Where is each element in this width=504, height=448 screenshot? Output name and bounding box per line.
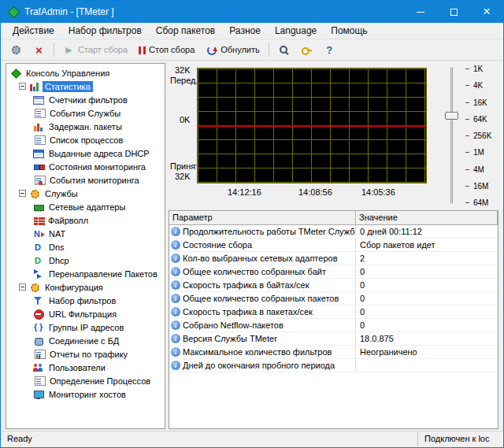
sidebar-item-db-connection[interactable]: Соединение с БД [6, 334, 165, 347]
sidebar-item-ip-groups[interactable]: Группы IP адресов [6, 320, 165, 334]
maximize-button[interactable] [437, 1, 470, 23]
menu-filter-set[interactable]: Набор фильтров [61, 23, 149, 39]
sidebar-item-packet-redirect[interactable]: Перенаправление Пакетов [6, 267, 165, 280]
sidebar-item-delayed-packets[interactable]: Задержан. пакеты [6, 120, 165, 133]
minimize-button[interactable] [404, 1, 437, 23]
table-row[interactable]: Продолжительность работы TMeter Службы 0… [169, 225, 498, 239]
start-capture-button[interactable]: ▶Старт сбора [57, 41, 133, 59]
reset-icon [206, 44, 217, 56]
collapse-expander-icon[interactable] [19, 190, 26, 197]
navigation-tree: Консоль Управления Статистика Счетчики ф… [6, 63, 165, 429]
dns-icon [33, 242, 44, 253]
filter-settings-button[interactable] [5, 41, 28, 59]
table-row[interactable]: Общее количество собранных байт 0 [169, 265, 498, 279]
tick-mark [465, 102, 469, 103]
y-axis-zero-label: 0K [180, 115, 190, 124]
sidebar-item-filter-counters[interactable]: Счетчики фильтров [6, 93, 165, 106]
info-icon [171, 240, 180, 250]
tick-mark [465, 68, 469, 69]
collapse-expander-icon[interactable] [19, 83, 26, 90]
counters-icon [33, 96, 44, 105]
sidebar-item-dns[interactable]: Dns [6, 240, 165, 254]
menu-help[interactable]: Помощь [324, 23, 374, 39]
menu-language[interactable]: Language [268, 23, 324, 39]
menu-action[interactable]: Действие [6, 23, 61, 39]
menu-packet-capture[interactable]: Сбор пакетов [149, 23, 222, 39]
tick-mark [465, 135, 469, 136]
table-row[interactable]: Состояние сбора Сбор пакетов идет [169, 239, 498, 252]
sidebar-item-services[interactable]: Службы [6, 187, 165, 200]
play-icon: ▶ [63, 44, 75, 56]
menu-misc[interactable]: Разное [222, 23, 268, 39]
configuration-gear-icon [29, 282, 40, 293]
table-row[interactable]: Скорость трафика в пакетах/сек 0 [169, 305, 498, 319]
table-row[interactable]: Скорость трафика в байтах/сек 0 [169, 279, 498, 292]
sidebar-item-service-events[interactable]: События Службы [6, 106, 165, 120]
sidebar-item-dhcp-addresses[interactable]: Выданные адреса DHCP [6, 146, 165, 160]
delete-filter-button[interactable]: × [28, 41, 50, 59]
scale-label: 16K [473, 98, 487, 107]
scale-slider-handle[interactable] [445, 112, 458, 120]
sidebar-item-configuration[interactable]: Конфигурация [6, 280, 165, 294]
sidebar-item-host-monitoring[interactable]: Мониторинг хостов [6, 387, 165, 401]
minimize-icon [417, 12, 424, 13]
menu-bar: Действие Набор фильтров Сбор пакетов Раз… [1, 23, 503, 39]
sidebar-item-firewall[interactable]: Файрволл [6, 213, 165, 227]
maximize-icon [450, 9, 458, 16]
table-row[interactable]: Кол-во выбранных сетевых адаптеров 2 [169, 252, 498, 265]
help-button[interactable]: ? [318, 41, 341, 59]
sidebar-item-console-root[interactable]: Консоль Управления [6, 66, 165, 80]
question-icon: ? [324, 44, 335, 56]
sidebar-item-process-list[interactable]: Список процессов [6, 133, 165, 146]
sidebar-item-nat[interactable]: NAT [6, 227, 165, 240]
table-row[interactable]: Собрано Netflow-пакетов 0 [169, 319, 498, 332]
table-row[interactable]: Максимальное количество фильтров Неогран… [169, 346, 498, 359]
column-header-value[interactable]: Значение [356, 211, 498, 225]
start-capture-label: Старт сбора [78, 45, 128, 54]
process-list-icon [35, 135, 46, 145]
sidebar-item-network-adapters[interactable]: Сетевые адаптеры [6, 200, 165, 213]
info-icon [171, 294, 180, 303]
gear-icon [10, 44, 22, 56]
sidebar-item-filter-set[interactable]: Набор фильтров [6, 294, 165, 307]
sidebar-item-users[interactable]: Пользователи [6, 361, 165, 374]
services-gear-icon [29, 188, 40, 199]
sidebar-item-url-filtering[interactable]: URL Фильтрация [6, 307, 165, 320]
detail-panel: 32K Перед. 0K Принят 32K 14:12:16 14:08:… [169, 63, 498, 429]
x-tick-0: 14:12:16 [228, 187, 261, 197]
info-icon [171, 227, 180, 236]
info-icon [171, 280, 180, 290]
scale-slider-track[interactable] [450, 67, 453, 204]
stop-capture-label: Стоп сбора [149, 45, 195, 54]
scale-label: 1K [473, 65, 483, 73]
reset-counters-button[interactable]: Обнулить [200, 41, 265, 59]
close-button[interactable]: × [470, 1, 503, 23]
scale-label: 256K [473, 131, 491, 140]
sidebar-item-process-detection[interactable]: Определение Процессов [6, 374, 165, 387]
status-connection-text: Подключен к loc [417, 431, 502, 446]
network-adapter-icon [33, 202, 44, 213]
console-icon [10, 68, 21, 79]
sidebar-item-monitoring-events[interactable]: События мониторинга [6, 173, 165, 187]
search-button[interactable] [272, 41, 295, 59]
sidebar-item-traffic-reports[interactable]: Отчеты по трафику [6, 347, 165, 361]
sidebar-item-dhcp[interactable]: Dhcp [6, 254, 165, 267]
dhcp-icon [33, 255, 44, 266]
table-row[interactable]: Дней до окончания пробного периода [169, 359, 498, 372]
stop-capture-button[interactable]: Стоп сбора [133, 42, 200, 57]
table-row[interactable]: Общее количество собранных пакетов 0 [169, 292, 498, 305]
sidebar-item-monitoring-states[interactable]: Состояния мониторинга [6, 160, 165, 173]
event-log-icon [35, 109, 46, 118]
x-tick-2: 14:05:36 [361, 187, 395, 197]
license-key-button[interactable] [295, 41, 318, 59]
scale-label: 64K [473, 115, 487, 124]
table-row[interactable]: Версия Службы TMeter 18.0.875 [169, 332, 498, 346]
info-icon [171, 334, 180, 343]
info-icon [171, 320, 180, 330]
sidebar-item-statistics[interactable]: Статистика [6, 80, 165, 93]
y-axis-bottom-label: 32K [175, 172, 191, 181]
column-header-parameter[interactable]: Параметр [169, 211, 356, 225]
info-icon [171, 254, 180, 263]
info-icon [171, 361, 180, 370]
collapse-expander-icon[interactable] [19, 283, 26, 291]
